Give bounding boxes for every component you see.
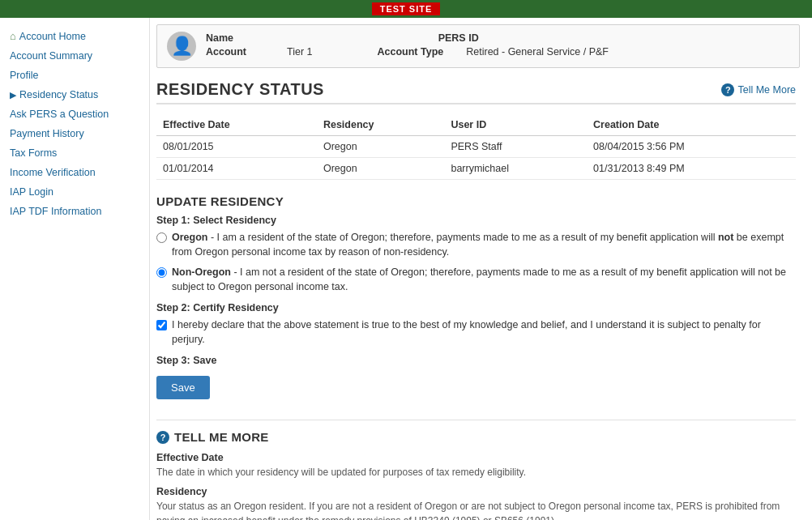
account-row-type: Account Tier 1 Account Type Retired - Ge… <box>206 46 789 58</box>
tme-help-icon: ? <box>156 431 169 444</box>
table-cell-residency: Oregon <box>317 158 445 180</box>
save-button[interactable]: Save <box>156 376 210 399</box>
table-cell-userId: PERS Staff <box>444 136 587 158</box>
user-icon: 👤 <box>171 36 193 57</box>
sidebar-label-tax-forms: Tax Forms <box>10 147 57 159</box>
avatar: 👤 <box>167 32 196 61</box>
oregon-label-bold: Oregon <box>172 232 207 243</box>
col-residency: Residency <box>317 114 445 136</box>
account-details: Name PERS ID Account Tier 1 Account Type… <box>206 32 789 60</box>
account-row-name: Name PERS ID <box>206 32 789 44</box>
help-icon: ? <box>721 83 734 96</box>
page-content: RESIDENCY STATUS ? Tell Me More Effectiv… <box>150 76 812 520</box>
non-oregon-radio[interactable] <box>156 267 167 278</box>
tme-item-text: Your status as an Oregon resident. If yo… <box>156 499 796 520</box>
sidebar-label-income-verification: Income Verification <box>10 167 96 178</box>
chevron-icon: ▶ <box>10 90 16 100</box>
sidebar: ⌂ Account Home Account Summary Profile ▶… <box>0 18 150 520</box>
oregon-label[interactable]: Oregon - I am a resident of the state of… <box>172 231 796 259</box>
name-label: Name <box>206 32 271 44</box>
sidebar-label-ask-pers: Ask PERS a Question <box>10 109 109 120</box>
tell-me-more-anchor[interactable]: ? Tell Me More <box>721 83 796 96</box>
sidebar-item-residency-status[interactable]: ▶ Residency Status <box>0 85 149 104</box>
certify-label[interactable]: I hereby declare that the above statemen… <box>172 318 796 347</box>
page-title: RESIDENCY STATUS <box>156 80 324 99</box>
table-cell-effectiveDate: 01/01/2014 <box>156 158 317 180</box>
tme-item: Effective DateThe date in which your res… <box>156 452 796 480</box>
not-bold: not <box>718 232 733 243</box>
main-content: 👤 Name PERS ID Account Tier 1 Account Ty… <box>150 18 812 520</box>
sidebar-item-tax-forms[interactable]: Tax Forms <box>0 143 149 163</box>
tell-me-more-label: Tell Me More <box>737 84 796 96</box>
tme-item-text: The date in which your residency will be… <box>156 465 796 480</box>
sidebar-item-profile[interactable]: Profile <box>0 66 149 85</box>
sidebar-label-profile: Profile <box>10 70 38 81</box>
sidebar-label-residency-status: Residency Status <box>19 89 98 100</box>
tell-me-more-section: ? TELL ME MORE Effective DateThe date in… <box>156 420 796 520</box>
sidebar-label-payment-history: Payment History <box>10 128 84 139</box>
sidebar-item-income-verification[interactable]: Income Verification <box>0 163 149 182</box>
home-icon: ⌂ <box>10 30 16 42</box>
sidebar-label-iap-tdf: IAP TDF Information <box>10 206 101 217</box>
update-residency-section: UPDATE RESIDENCY Step 1: Select Residenc… <box>156 194 796 399</box>
tme-items: Effective DateThe date in which your res… <box>156 452 796 520</box>
table-row: 01/01/2014Oregonbarrymichael01/31/2013 8… <box>156 158 796 180</box>
account-type-label: Account Type <box>378 46 444 58</box>
col-creation-date: Creation Date <box>587 114 796 136</box>
tme-title: TELL ME MORE <box>174 430 269 444</box>
page-header: RESIDENCY STATUS ? Tell Me More <box>156 80 796 104</box>
test-site-badge: TEST SITE <box>372 2 441 15</box>
sidebar-label-account-home[interactable]: Account Home <box>19 31 86 42</box>
sidebar-label-account-summary: Account Summary <box>10 50 92 62</box>
oregon-radio-option: Oregon - I am a resident of the state of… <box>156 231 796 259</box>
tme-header: ? TELL ME MORE <box>156 430 796 444</box>
table-cell-residency: Oregon <box>317 136 445 158</box>
sidebar-item-payment-history[interactable]: Payment History <box>0 124 149 143</box>
top-bar: TEST SITE <box>0 0 812 18</box>
sidebar-item-account-summary[interactable]: Account Summary <box>0 46 149 66</box>
non-oregon-label[interactable]: Non-Oregon - I am not a resident of the … <box>172 266 796 294</box>
step2-label: Step 2: Certify Residency <box>156 302 796 313</box>
step3-label: Step 3: Save <box>156 355 796 366</box>
tme-item: ResidencyYour status as an Oregon reside… <box>156 486 796 520</box>
account-label: Account <box>206 46 271 58</box>
certify-checkbox[interactable] <box>156 320 167 330</box>
sidebar-item-iap-login[interactable]: IAP Login <box>0 182 149 202</box>
non-oregon-label-bold: Non-Oregon <box>172 266 231 278</box>
sidebar-label-iap-login: IAP Login <box>10 186 53 198</box>
sidebar-item-iap-tdf[interactable]: IAP TDF Information <box>0 202 149 221</box>
step3-section: Step 3: Save Save <box>156 355 796 399</box>
certify-checkbox-option: I hereby declare that the above statemen… <box>156 318 796 347</box>
account-type-value: Retired - General Service / P&F <box>466 46 609 58</box>
oregon-radio[interactable] <box>156 232 167 243</box>
main-layout: ⌂ Account Home Account Summary Profile ▶… <box>0 18 812 520</box>
sidebar-item-account-home[interactable]: ⌂ Account Home <box>0 26 149 46</box>
sidebar-item-ask-pers[interactable]: Ask PERS a Question <box>0 104 149 124</box>
col-user-id: User ID <box>444 114 587 136</box>
table-cell-effectiveDate: 08/01/2015 <box>156 136 317 158</box>
table-header-row: Effective Date Residency User ID Creatio… <box>156 114 796 136</box>
account-value: Tier 1 <box>287 46 313 58</box>
account-box: 👤 Name PERS ID Account Tier 1 Account Ty… <box>156 24 800 68</box>
pers-id-label: PERS ID <box>438 32 503 44</box>
table-cell-creationDate: 01/31/2013 8:49 PM <box>587 158 796 180</box>
tme-item-title: Residency <box>156 486 796 497</box>
non-oregon-radio-option: Non-Oregon - I am not a resident of the … <box>156 266 796 294</box>
step2-section: Step 2: Certify Residency I hereby decla… <box>156 302 796 347</box>
tme-item-title: Effective Date <box>156 452 796 463</box>
step1-label: Step 1: Select Residency <box>156 215 796 226</box>
update-residency-title: UPDATE RESIDENCY <box>156 194 796 208</box>
table-cell-userId: barrymichael <box>444 158 587 180</box>
table-row: 08/01/2015OregonPERS Staff08/04/2015 3:5… <box>156 136 796 158</box>
col-effective-date: Effective Date <box>156 114 317 136</box>
residency-table: Effective Date Residency User ID Creatio… <box>156 114 796 180</box>
table-cell-creationDate: 08/04/2015 3:56 PM <box>587 136 796 158</box>
